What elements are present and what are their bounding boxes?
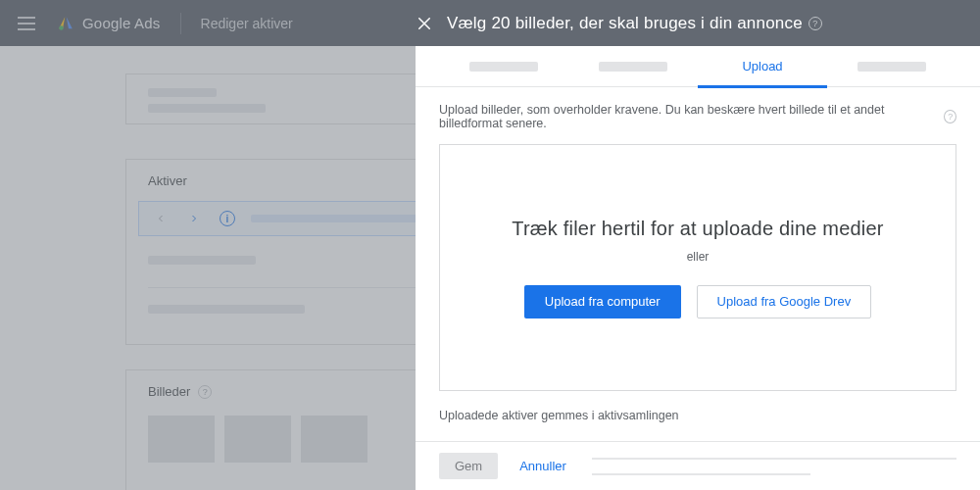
prev-icon[interactable] [147, 205, 174, 232]
info-icon[interactable]: ? [944, 110, 956, 123]
upload-computer-button[interactable]: Upload fra computer [524, 285, 681, 318]
saved-note: Uploadede aktiver gemmes i aktivsamlinge… [439, 409, 956, 422]
upload-panel: Upload Upload billeder, som overholder k… [416, 46, 980, 490]
tab-placeholder[interactable] [439, 46, 568, 87]
product-logo: Google Ads [57, 15, 161, 32]
section-assets-title: Aktiver [148, 173, 187, 188]
help-icon[interactable]: ? [808, 17, 822, 30]
footer-placeholder [592, 458, 956, 475]
cancel-button[interactable]: Annuller [519, 459, 566, 473]
panel-title: Vælg 20 billeder, der skal bruges i din … [447, 14, 822, 33]
upload-drive-button[interactable]: Upload fra Google Drev [697, 285, 872, 318]
helper-text: Upload billeder, som overholder kravene.… [439, 103, 956, 130]
tabs: Upload [416, 46, 980, 87]
image-thumb[interactable] [301, 416, 368, 463]
dropzone[interactable]: Træk filer hertil for at uploade dine me… [439, 144, 956, 391]
section-images-title: Billeder ? [148, 384, 212, 399]
next-icon[interactable] [180, 205, 208, 232]
breadcrumb: Rediger aktiver [201, 16, 293, 31]
close-icon[interactable] [416, 15, 433, 32]
tab-placeholder[interactable] [827, 46, 956, 87]
dropzone-heading: Træk filer hertil for at uploade dine me… [512, 218, 883, 240]
svg-point-0 [59, 25, 64, 30]
save-button[interactable]: Gem [439, 453, 498, 479]
image-thumb[interactable] [148, 416, 215, 463]
menu-icon[interactable] [18, 17, 35, 30]
info-icon: i [220, 211, 235, 226]
image-thumb[interactable] [224, 416, 291, 463]
tab-placeholder[interactable] [568, 46, 698, 87]
tab-upload[interactable]: Upload [698, 46, 827, 87]
dropzone-or: eller [687, 250, 710, 264]
